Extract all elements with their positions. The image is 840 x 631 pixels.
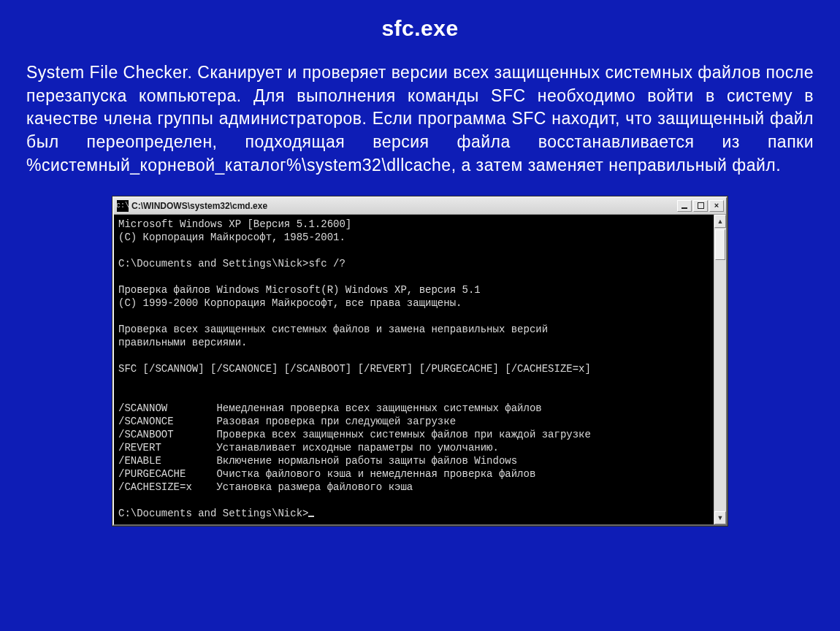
console-line: /REVERT Устанавливает исходные параметры… bbox=[118, 442, 499, 454]
scroll-up-button[interactable]: ▲ bbox=[714, 215, 726, 228]
slide-body: System File Checker. Сканирует и проверя… bbox=[26, 61, 814, 177]
console-line: /SCANONCE Разовая проверка при следующей… bbox=[118, 416, 456, 427]
slide-title: sfc.exe bbox=[26, 16, 814, 41]
console-line: /ENABLE Включение нормальной работы защи… bbox=[118, 455, 517, 467]
console-line: /SCANBOOT Проверка всех защищенных систе… bbox=[118, 429, 591, 440]
console-window: c:\ C:\WINDOWS\system32\cmd.exe × Micros… bbox=[112, 196, 728, 526]
console-line: C:\Documents and Settings\Nick> bbox=[118, 508, 308, 519]
console-line: Проверка файлов Windows Microsoft(R) Win… bbox=[118, 284, 481, 296]
close-button[interactable]: × bbox=[709, 200, 724, 212]
console-line: SFC [/SCANNOW] [/SCANONCE] [/SCANBOOT] [… bbox=[118, 363, 591, 375]
console-line: (С) Корпорация Майкрософт, 1985-2001. bbox=[118, 232, 345, 243]
scroll-thumb[interactable] bbox=[715, 229, 725, 260]
console-line: (С) 1999-2000 Корпорация Майкрософт, все… bbox=[118, 297, 462, 309]
cursor bbox=[308, 516, 314, 517]
window-titlebar[interactable]: c:\ C:\WINDOWS\system32\cmd.exe × bbox=[114, 198, 726, 215]
console-wrapper: c:\ C:\WINDOWS\system32\cmd.exe × Micros… bbox=[26, 196, 814, 526]
slide: sfc.exe System File Checker. Сканирует и… bbox=[0, 0, 840, 631]
minimize-button[interactable] bbox=[677, 200, 692, 212]
window-title: C:\WINDOWS\system32\cmd.exe bbox=[131, 201, 267, 211]
console-inner: Microsoft Windows XP [Версия 5.1.2600] (… bbox=[114, 215, 726, 524]
cmd-icon: c:\ bbox=[117, 200, 129, 212]
scroll-track[interactable] bbox=[714, 228, 726, 511]
console-line: Microsoft Windows XP [Версия 5.1.2600] bbox=[118, 218, 351, 230]
console-line: /PURGECACHE Очистка файлового кэша и нем… bbox=[118, 468, 535, 480]
console-line: Проверка всех защищенных системных файло… bbox=[118, 324, 548, 335]
maximize-button[interactable] bbox=[693, 200, 708, 212]
console-line: /CACHESIZE=x Установка размера файлового… bbox=[118, 481, 413, 493]
scroll-down-button[interactable]: ▼ bbox=[714, 511, 726, 524]
console-line: /SCANNOW Немедленная проверка всех защищ… bbox=[118, 402, 542, 414]
console-line: C:\Documents and Settings\Nick>sfc /? bbox=[118, 258, 345, 269]
console-line: правильными версиями. bbox=[118, 337, 247, 348]
vertical-scrollbar[interactable]: ▲ ▼ bbox=[714, 215, 726, 524]
console-output[interactable]: Microsoft Windows XP [Версия 5.1.2600] (… bbox=[114, 215, 714, 524]
